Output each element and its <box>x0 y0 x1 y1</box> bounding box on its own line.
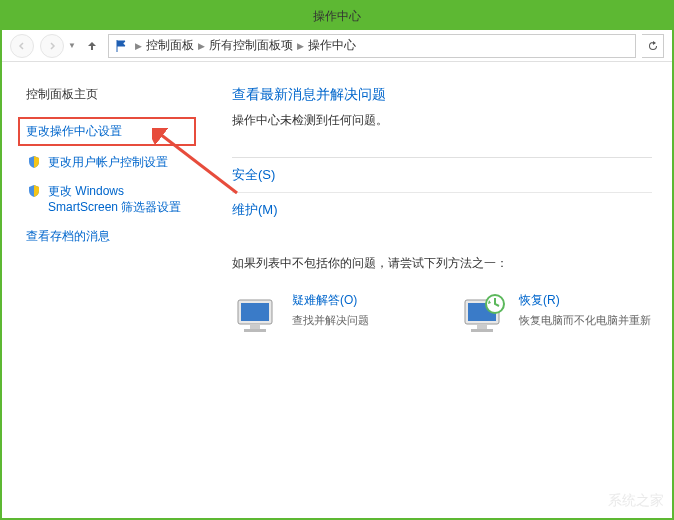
breadcrumb-item[interactable]: 所有控制面板项 <box>209 37 293 54</box>
tile-info: 疑难解答(O) 查找并解决问题 <box>292 292 369 340</box>
tile-title[interactable]: 疑难解答(O) <box>292 292 369 309</box>
tile-info: 恢复(R) 恢复电脑而不化电脑并重新 <box>519 292 651 340</box>
tile-title[interactable]: 恢复(R) <box>519 292 651 309</box>
chevron-right-icon: ▶ <box>297 41 304 51</box>
shield-icon <box>26 154 42 170</box>
section-links: 安全(S) 维护(M) <box>232 157 652 227</box>
up-button[interactable] <box>82 36 102 56</box>
sidebar-link-label: 更改用户帐户控制设置 <box>48 154 168 171</box>
svg-rect-1 <box>241 303 269 321</box>
refresh-button[interactable] <box>642 34 664 58</box>
shield-icon <box>26 183 42 199</box>
sidebar-link-label: 查看存档的消息 <box>26 228 110 245</box>
main-panel: 查看最新消息并解决问题 操作中心未检测到任何问题。 安全(S) 维护(M) 如果… <box>212 62 672 518</box>
page-title: 查看最新消息并解决问题 <box>232 86 652 104</box>
svg-rect-3 <box>244 329 266 332</box>
breadcrumb-item[interactable]: 操作中心 <box>308 37 356 54</box>
tile-desc: 查找并解决问题 <box>292 313 369 328</box>
sidebar-link-archived[interactable]: 查看存档的消息 <box>26 228 196 245</box>
chevron-right-icon: ▶ <box>198 41 205 51</box>
sidebar-link-uac[interactable]: 更改用户帐户控制设置 <box>26 154 196 171</box>
forward-button[interactable] <box>40 34 64 58</box>
history-dropdown-icon[interactable]: ▼ <box>68 41 76 50</box>
breadcrumb[interactable]: ▶ 控制面板 ▶ 所有控制面板项 ▶ 操作中心 <box>108 34 636 58</box>
page-subtitle: 操作中心未检测到任何问题。 <box>232 112 652 129</box>
sidebar-title: 控制面板主页 <box>26 86 196 103</box>
sidebar-link-label: 更改 Windows SmartScreen 筛选器设置 <box>48 183 196 217</box>
tiles-row: 疑难解答(O) 查找并解决问题 <box>232 292 652 340</box>
tile-troubleshoot: 疑难解答(O) 查找并解决问题 <box>232 292 369 340</box>
titlebar: 操作中心 <box>2 2 672 30</box>
chevron-right-icon: ▶ <box>135 41 142 51</box>
tile-desc: 恢复电脑而不化电脑并重新 <box>519 313 651 328</box>
breadcrumb-item[interactable]: 控制面板 <box>146 37 194 54</box>
back-button[interactable] <box>10 34 34 58</box>
flag-icon <box>113 37 131 55</box>
svg-rect-2 <box>250 325 260 329</box>
svg-rect-7 <box>471 329 493 332</box>
sidebar-link-smartscreen[interactable]: 更改 Windows SmartScreen 筛选器设置 <box>26 183 196 217</box>
section-maintenance[interactable]: 维护(M) <box>232 192 652 227</box>
content-area: 控制面板主页 更改操作中心设置 更改用户帐户控制设置 更改 Windows Sm… <box>2 62 672 518</box>
navbar: ▼ ▶ 控制面板 ▶ 所有控制面板项 ▶ 操作中心 <box>2 30 672 62</box>
monitor-icon <box>232 292 280 340</box>
window-title: 操作中心 <box>313 8 361 25</box>
section-security[interactable]: 安全(S) <box>232 157 652 192</box>
sidebar: 控制面板主页 更改操作中心设置 更改用户帐户控制设置 更改 Windows Sm… <box>2 62 212 518</box>
help-text: 如果列表中不包括你的问题，请尝试下列方法之一： <box>232 255 652 272</box>
tile-recovery: 恢复(R) 恢复电脑而不化电脑并重新 <box>459 292 651 340</box>
recovery-icon <box>459 292 507 340</box>
sidebar-link-change-action-center[interactable]: 更改操作中心设置 <box>18 117 196 146</box>
sidebar-link-label: 更改操作中心设置 <box>26 123 122 140</box>
svg-rect-6 <box>477 325 487 329</box>
